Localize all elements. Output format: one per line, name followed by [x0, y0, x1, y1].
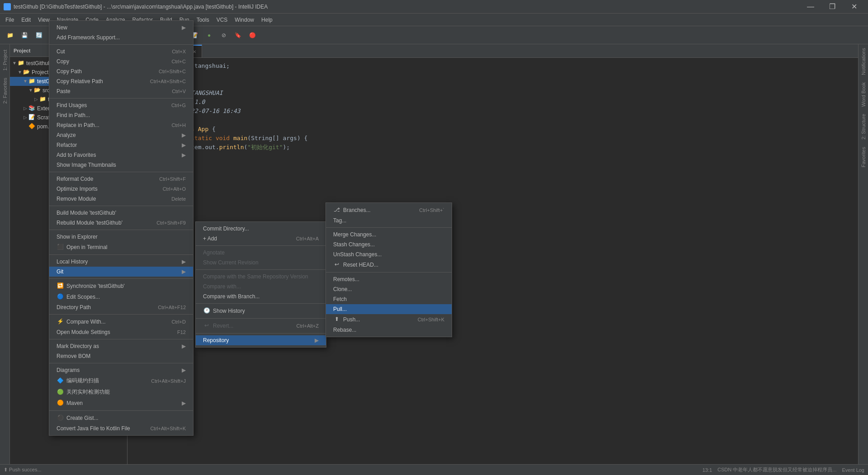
right-sidebar-tabs: Notifications Word Book 2: Structure Fav…	[858, 44, 868, 464]
tree-icon-scratch: 📝	[28, 114, 35, 121]
ctx-maven[interactable]: 🟠 Maven ▶	[49, 398, 193, 409]
ctx-cut[interactable]: Cut Ctrl+X	[49, 47, 193, 56]
tree-icon-src: 📂	[33, 87, 41, 94]
ctx-repo-tag[interactable]: Tag...	[326, 216, 452, 226]
status-bar: ⬆ Push succes... 13:1 CSDN 中老年人都不愿意脱发但又经…	[0, 464, 868, 475]
ctx-reformat[interactable]: Reformat Code Ctrl+Shift+F	[49, 174, 193, 184]
tree-icon-testgit: 📁	[28, 78, 35, 85]
ctx-synchronize[interactable]: 🔁 Synchronize 'testGithub'	[49, 281, 193, 292]
ctx-create-gist[interactable]: ⚫ Create Gist...	[49, 413, 193, 423]
ctx-sep	[196, 318, 326, 319]
title-bar-text: testGithub [D:\GithubTest\testGithub] - …	[14, 4, 800, 10]
ctx-show-thumbnails[interactable]: Show Image Thumbnails	[49, 160, 193, 170]
ctx-diagrams[interactable]: Diagrams ▶	[49, 365, 193, 375]
toolbar-refresh-btn[interactable]: 🔄	[33, 29, 45, 42]
toolbar-green-btn[interactable]: ●	[203, 29, 216, 42]
ctx-add-favorites[interactable]: Add to Favorites ▶	[49, 150, 193, 160]
sidebar-tab-project[interactable]: 1: Project	[1, 46, 9, 74]
ctx-git[interactable]: Git ▶	[49, 267, 193, 277]
status-eventlog[interactable]: Event Log	[842, 467, 864, 473]
tree-arrow: ▷	[23, 106, 28, 111]
right-tab-favorites[interactable]: Favorites	[859, 143, 868, 171]
menu-file[interactable]: File	[2, 15, 18, 24]
menu-tools[interactable]: Tools	[193, 15, 213, 24]
ctx-convert-kotlin[interactable]: Convert Java File to Kotlin File Ctrl+Al…	[49, 423, 193, 433]
toolbar-save-btn[interactable]: 💾	[18, 29, 31, 42]
ctx-repo-unstash[interactable]: UnStash Changes...	[326, 249, 452, 259]
ctx-remove-bom[interactable]: Remove BOM	[49, 351, 193, 361]
menu-edit[interactable]: Edit	[18, 15, 34, 24]
ctx-repo-merge[interactable]: Merge Changes...	[326, 230, 452, 240]
sidebar-tab-favorites[interactable]: 2: Favorites	[1, 74, 9, 107]
ctx-repo-remotes[interactable]: Remotes...	[326, 274, 452, 284]
code-line: 9 public static void main(String[] args)…	[127, 134, 858, 143]
ctx-directory-path[interactable]: Directory Path Ctrl+Alt+F12	[49, 302, 193, 312]
ctx-sep	[49, 278, 193, 279]
ctx-mark-directory[interactable]: Mark Directory as ▶	[49, 341, 193, 351]
ctx-find-in-path[interactable]: Find in Path...	[49, 110, 193, 120]
tree-arrow: ▷	[23, 115, 28, 120]
ctx-sep	[49, 410, 193, 411]
ctx-copy-path[interactable]: Copy Path Ctrl+Shift+C	[49, 66, 193, 76]
ctx-sep	[326, 227, 452, 228]
toolbar-stop-btn[interactable]: ⊘	[217, 29, 230, 42]
ctx-edit-scopes[interactable]: 🔵 Edit Scopes...	[49, 292, 193, 302]
ctx-module-settings[interactable]: Open Module Settings F12	[49, 327, 193, 337]
tree-icon-folder: 📂	[23, 69, 30, 76]
ctx-repo-push[interactable]: ⬆ Push... Ctrl+Shift+K	[326, 314, 452, 325]
ctx-code-scan[interactable]: 🔷 编码规约扫描 Ctrl+Alt+Shift+J	[49, 375, 193, 386]
ctx-repo-reset[interactable]: ↩ Reset HEAD...	[326, 259, 452, 270]
ctx-show-explorer[interactable]: Show in Explorer	[49, 232, 193, 242]
menu-window[interactable]: Window	[231, 15, 258, 24]
clock-icon: 🕐	[203, 307, 210, 315]
ctx-find-usages[interactable]: Find Usages Ctrl+G	[49, 100, 193, 110]
code-line: 5 * @version 1.0	[127, 98, 858, 107]
ctx-open-terminal[interactable]: ⬛ Open in Terminal	[49, 242, 193, 253]
code-line: 2	[127, 71, 858, 80]
ctx-repo-stash[interactable]: Stash Changes...	[326, 240, 452, 249]
ctx-copy[interactable]: Copy Ctrl+C	[49, 56, 193, 66]
toolbar-open-btn[interactable]: 📁	[4, 29, 16, 42]
ctx-compare-with[interactable]: ⚡ Compare With... Ctrl+D	[49, 316, 193, 327]
toolbar-icon1-btn[interactable]: 🔖	[232, 29, 245, 42]
ctx-disable-detect[interactable]: 🟢 关闭实时检测功能	[49, 386, 193, 398]
ctx-remove-module[interactable]: Remove Module Delete	[49, 194, 193, 204]
ctx-replace-in-path[interactable]: Replace in Path... Ctrl+H	[49, 120, 193, 130]
toolbar-icon2-btn[interactable]: 🔴	[246, 29, 259, 42]
ctx-git-commit[interactable]: Commit Directory...	[196, 224, 326, 234]
ctx-rebuild-module[interactable]: Rebuild Module 'testGithub' Ctrl+Shift+F…	[49, 218, 193, 228]
code-line: 1 package com.tangshuai;	[127, 61, 858, 71]
status-push: ⬆ Push succes...	[4, 467, 42, 473]
close-button[interactable]: ✕	[844, 0, 864, 14]
ctx-add-framework[interactable]: Add Framework Support...	[49, 33, 193, 42]
ctx-repo-pull[interactable]: Pull...	[326, 304, 452, 314]
right-tab-wordbook[interactable]: Word Book	[859, 79, 868, 110]
ctx-repo-branches[interactable]: ⎇ Branches... Ctrl+Shift+`	[326, 205, 452, 216]
editor-tabs: Github ☕ App.java ✕	[127, 44, 858, 58]
ctx-copy-relative-path[interactable]: Copy Relative Path Ctrl+Alt+Shift+C	[49, 76, 193, 86]
code-line: 7 */	[127, 116, 858, 125]
ctx-refactor[interactable]: Refactor ▶	[49, 140, 193, 150]
ctx-new[interactable]: New ▶	[49, 23, 193, 33]
menu-vcs[interactable]: VCS	[213, 15, 231, 24]
ctx-git-repository[interactable]: Repository ▶	[196, 335, 326, 345]
ctx-repo-clone[interactable]: Clone...	[326, 284, 452, 294]
minimize-button[interactable]: —	[800, 0, 821, 14]
ctx-git-show-history[interactable]: 🕐 Show History	[196, 306, 326, 316]
ctx-optimize-imports[interactable]: Optimize Imports Ctrl+Alt+O	[49, 184, 193, 194]
github-icon: ⚫	[57, 414, 64, 422]
ctx-repo-rebase[interactable]: Rebase...	[326, 325, 452, 335]
ctx-analyze[interactable]: Analyze ▶	[49, 130, 193, 140]
right-tab-structure[interactable]: 2: Structure	[859, 110, 868, 143]
ctx-build-module[interactable]: Build Module 'testGithub'	[49, 208, 193, 218]
ctx-paste[interactable]: Paste Ctrl+V	[49, 86, 193, 96]
ctx-local-history[interactable]: Local History ▶	[49, 257, 193, 267]
status-position: 13:1	[703, 467, 712, 473]
right-tab-notifications[interactable]: Notifications	[859, 44, 868, 79]
menu-help[interactable]: Help	[258, 15, 276, 24]
ctx-git-add[interactable]: + Add Ctrl+Alt+A	[196, 234, 326, 244]
ctx-git-show-revision: Show Current Revision	[196, 258, 326, 268]
maximize-button[interactable]: ❐	[822, 0, 843, 14]
ctx-git-compare-branch[interactable]: Compare with Branch...	[196, 292, 326, 301]
ctx-repo-fetch[interactable]: Fetch	[326, 294, 452, 304]
